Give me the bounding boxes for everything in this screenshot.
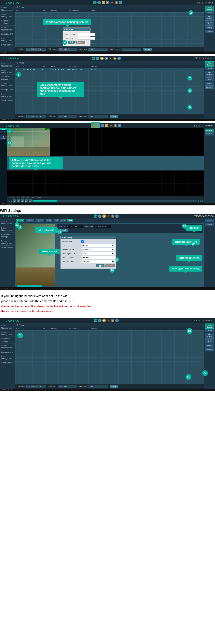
add-device-btn-2[interactable]: Add Device [205, 62, 214, 66]
sidebar-param-4[interactable]: Parameter settings [0, 337, 15, 344]
apply-btn-1[interactable]: Apply [143, 48, 152, 51]
parent-area-input[interactable] [78, 37, 95, 40]
delete-btn-2[interactable]: Delete [205, 67, 214, 70]
sidebar-wifi: Device Management Group Management Param… [0, 218, 15, 287]
setting-btn-1[interactable]: Setting [205, 26, 214, 29]
back-btn[interactable]: ⏮ [25, 200, 28, 202]
preview-btn[interactable]: Preview [205, 128, 214, 132]
rbtn-wifi-2[interactable]: Default [205, 223, 214, 226]
playback-btn[interactable]: Playback [205, 132, 214, 136]
sidebar-param-2[interactable]: Parameter settings [0, 75, 15, 81]
sidebar-group-4[interactable]: Group Management [0, 330, 15, 337]
delete-btn-4[interactable]: Delete [205, 329, 214, 332]
security-select[interactable]: WPA2-PSK WPA-PSK Open [81, 248, 115, 251]
tab-mail[interactable]: Mail [54, 220, 59, 222]
nav-piz[interactable]: PIZ [0, 128, 7, 130]
manual-add-btn-1[interactable]: Manual Add [205, 20, 214, 26]
sidebar-param-settings-1[interactable]: Parameter settings [0, 19, 15, 26]
select-all-btn-1[interactable]: Select All [205, 30, 214, 33]
sidebar-device-wifi[interactable]: Device Management [0, 220, 15, 226]
wpa-select[interactable]: AES TKIP [81, 252, 115, 255]
tab-general[interactable]: General [16, 220, 24, 222]
icon-lock-wifi: 🔒 [111, 214, 114, 218]
sidebar-record-wifi[interactable]: Record Management [0, 239, 15, 246]
apply-btn-2[interactable]: Apply [110, 115, 118, 118]
tab-ddns[interactable]: DDNS [46, 220, 53, 222]
sidebar-other-1[interactable]: Other Settings [0, 43, 15, 47]
sidebar-other-4[interactable]: Other Settings [0, 361, 15, 365]
sidebar-user-4[interactable]: User Management [0, 354, 15, 361]
ip-input-4[interactable] [27, 385, 46, 388]
tab-wifi[interactable]: WIFI [67, 220, 73, 222]
auto-search-btn-2[interactable]: Auto Search [205, 71, 214, 76]
sidebar-group-mgmt-1[interactable]: Group Management [0, 12, 15, 19]
ssid-select[interactable]: MyWifi HomeNetwork [81, 244, 115, 247]
sidebar-other-2[interactable]: Other Settings [0, 99, 15, 103]
pause-btn[interactable]: ⏸ [17, 200, 20, 202]
fwd-btn[interactable]: ⏭ [29, 200, 32, 202]
select-all-btn-2[interactable]: Select All [205, 86, 214, 89]
ip-input[interactable] [27, 48, 46, 51]
sidebar-device-mgmt-1[interactable]: Device Management [0, 6, 15, 12]
subnet-input-4[interactable] [58, 385, 77, 388]
subnet-input-2[interactable] [58, 115, 77, 118]
sidebar-group-2[interactable]: Group Management [0, 68, 15, 75]
icon-lock1: 🔒 [115, 1, 118, 4]
field-label-parent: Parent Area: [65, 37, 78, 39]
apply-btn-4[interactable]: Apply [110, 385, 118, 388]
sidebar-linkage-1[interactable]: Linkage Alarm [0, 32, 15, 36]
connect-mode-select[interactable]: Static IP DHCP [81, 260, 115, 263]
sidebar-record-4[interactable]: Record Management [0, 344, 15, 350]
sidebar-linkage-2[interactable]: Linkage Alarm [0, 88, 15, 92]
setting-btn-2[interactable]: Setting [205, 82, 214, 85]
add-device-btn-4[interactable]: Add Device [205, 324, 214, 329]
sidebar-record-2[interactable]: Record Management [0, 81, 15, 88]
dialog-cancel-btn[interactable]: Cancel [76, 40, 85, 44]
sidebar-user-mgmt-1[interactable]: User Management [0, 36, 15, 43]
gateway-input-2[interactable] [88, 115, 108, 118]
param-ip-input[interactable] [66, 225, 83, 228]
tab-network[interactable]: Network [26, 220, 34, 222]
param-subnet-input[interactable] [94, 225, 111, 228]
sidebar-linkage-4[interactable]: Linkage Alarm [0, 350, 15, 354]
add-device-btn-1[interactable]: Add Device [205, 6, 214, 11]
rbtn-wifi-1[interactable]: Save [205, 219, 214, 222]
sidebar-record-mgmt-1[interactable]: Record Management [0, 26, 15, 32]
enable-wifi-checkbox[interactable] [81, 240, 84, 243]
select-all-btn-4[interactable]: Select All [205, 348, 214, 351]
sidebar-device-4[interactable]: Device Management [0, 324, 15, 330]
mac-input[interactable] [122, 48, 141, 51]
sidebar-other-wifi[interactable]: Other Settings [0, 246, 15, 250]
auto-search-btn-1[interactable]: Auto Search [205, 15, 214, 20]
sidebar-group-wifi[interactable]: Group Management [0, 226, 15, 233]
camera-header-3: IP CAMERA 🌐 ⚙ ⊞ 🔒 ℹ 2017-12-14 09:50:58 [0, 123, 215, 128]
sidebar-user-2[interactable]: User Management [0, 92, 15, 99]
setting-btn-4[interactable]: Setting [205, 344, 214, 347]
auto-search-btn-4[interactable]: Auto Search [205, 333, 214, 338]
play-btn[interactable]: ▶ [13, 200, 16, 202]
wifi-apply-btn[interactable]: Apply [96, 264, 104, 267]
gateway-input[interactable] [88, 48, 108, 51]
area-name-input[interactable] [78, 33, 95, 36]
tab-agentip[interactable]: Agent IP [36, 220, 44, 222]
nav-camera[interactable]: 📷 Cam1 [0, 136, 7, 140]
nav-ch1[interactable]: CH1 [0, 130, 7, 133]
tab-ftp[interactable]: FTP [60, 220, 66, 222]
sidebar-param-wifi[interactable]: Parameter settings [0, 232, 15, 239]
sidebar-device-2[interactable]: Device Management [0, 62, 15, 68]
manual-add-btn-2[interactable]: Manual Add [205, 76, 214, 81]
wifi-password-input[interactable] [81, 256, 115, 259]
subnet-input[interactable] [58, 48, 77, 51]
wifi-cancel-btn[interactable]: Cancel [105, 264, 115, 267]
icon-globe-2: 🌐 [96, 57, 99, 60]
gateway-input-4[interactable] [88, 385, 108, 388]
dialog-field-name: Area Name: [65, 33, 88, 36]
grid-area-4: 02 01 [15, 330, 204, 384]
progress-bar[interactable] [33, 200, 197, 202]
ip-input-2[interactable] [27, 115, 46, 118]
manual-add-btn-4[interactable]: Manual Add [205, 338, 214, 344]
stop-btn[interactable]: ■ [21, 200, 24, 202]
ip-label-2: IP Adress: [17, 115, 26, 118]
dialog-ok-btn[interactable]: OK [68, 40, 74, 44]
delete-btn-1[interactable]: Delete [205, 11, 214, 14]
